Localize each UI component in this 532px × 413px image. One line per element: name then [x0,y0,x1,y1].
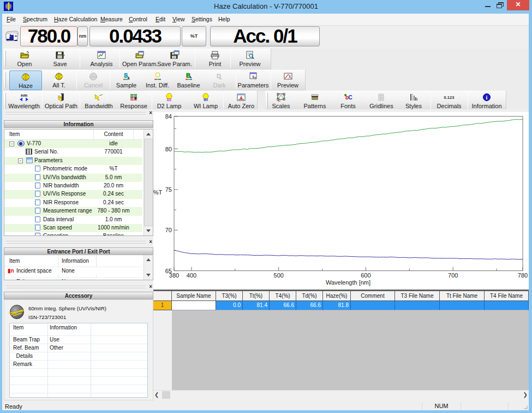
svg-text:D: D [217,73,221,79]
svg-text:nm: nm [21,93,27,98]
svg-text:70: 70 [165,227,172,233]
svg-text:400: 400 [187,272,196,279]
svg-text:STOP: STOP [89,75,97,79]
svg-text:80: 80 [165,146,172,152]
svg-text:780: 780 [518,272,528,279]
svg-text:WI: WI [204,98,208,102]
svg-text:500: 500 [274,272,284,279]
svg-text:%T: %T [153,189,163,196]
svg-text:Wavelength [nm]: Wavelength [nm] [326,279,370,286]
svg-text:75: 75 [165,186,172,193]
svg-text:S: S [124,72,128,79]
svg-text:84: 84 [165,113,172,120]
svg-text:C: C [349,95,352,101]
svg-text:700: 700 [448,272,458,279]
svg-text:i: i [486,95,488,101]
svg-text:D2: D2 [167,98,172,102]
svg-text:65: 65 [165,268,172,274]
svg-text:0.123: 0.123 [444,95,455,100]
svg-text:600: 600 [361,272,370,279]
svg-text:B: B [186,72,190,79]
